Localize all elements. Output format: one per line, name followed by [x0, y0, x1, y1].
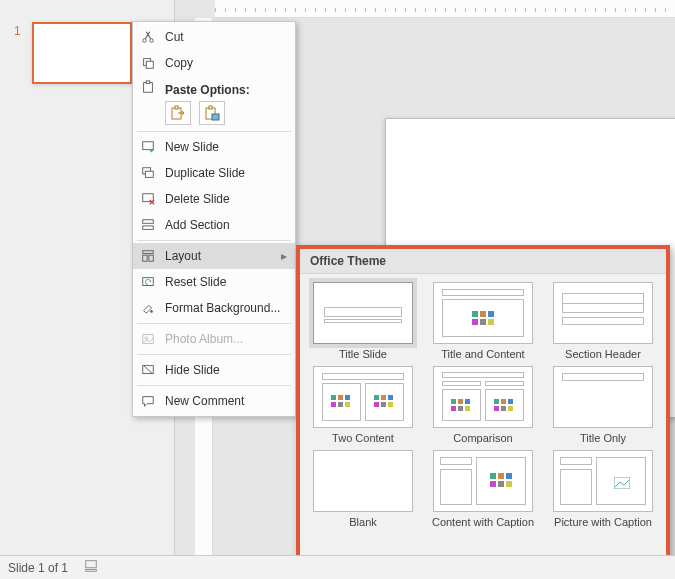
- menu-copy[interactable]: Copy: [133, 50, 295, 76]
- menu-cut[interactable]: Cut: [133, 24, 295, 50]
- svg-rect-32: [338, 395, 343, 400]
- status-bar: Slide 1 of 1: [0, 555, 675, 579]
- menu-format-background-label: Format Background...: [165, 301, 287, 315]
- svg-rect-39: [388, 395, 393, 400]
- svg-rect-53: [501, 406, 506, 411]
- svg-rect-30: [488, 319, 494, 325]
- format-background-icon: [139, 301, 157, 315]
- layout-option-label: Two Content: [306, 432, 420, 444]
- svg-rect-16: [143, 226, 154, 230]
- svg-rect-44: [458, 399, 463, 404]
- svg-rect-31: [331, 395, 336, 400]
- notes-view-icon[interactable]: [84, 559, 98, 576]
- menu-layout-label: Layout: [165, 249, 273, 263]
- status-slide-count: Slide 1 of 1: [8, 561, 68, 575]
- menu-reset-slide[interactable]: Reset Slide: [133, 269, 295, 295]
- layout-option-title-and-content[interactable]: Title and Content: [426, 282, 540, 360]
- svg-rect-57: [506, 473, 512, 479]
- svg-rect-46: [451, 406, 456, 411]
- menu-format-background[interactable]: Format Background...: [133, 295, 295, 321]
- layout-option-title-slide[interactable]: Title Slide: [306, 282, 420, 360]
- layout-option-section-header[interactable]: Section Header: [546, 282, 660, 360]
- svg-rect-28: [472, 319, 478, 325]
- layout-theme-flyout: Office Theme Title Slide Title and Conte…: [296, 245, 670, 573]
- menu-reset-slide-label: Reset Slide: [165, 275, 287, 289]
- layout-option-content-with-caption[interactable]: Content with Caption: [426, 450, 540, 528]
- svg-point-21: [150, 310, 153, 313]
- svg-rect-5: [146, 81, 150, 84]
- svg-rect-9: [209, 106, 212, 109]
- paste-keep-theme-button[interactable]: [165, 101, 191, 125]
- duplicate-slide-icon: [139, 166, 157, 180]
- menu-photo-album: Photo Album...: [133, 326, 295, 352]
- svg-point-0: [143, 39, 147, 43]
- copy-icon: [139, 56, 157, 70]
- svg-rect-33: [345, 395, 350, 400]
- svg-rect-60: [506, 481, 512, 487]
- layout-option-picture-with-caption[interactable]: Picture with Caption: [546, 450, 660, 528]
- svg-rect-56: [498, 473, 504, 479]
- paste-icon: [139, 80, 157, 94]
- svg-rect-14: [143, 194, 154, 202]
- new-comment-icon: [139, 394, 157, 408]
- paste-options-row: [133, 99, 295, 129]
- layout-option-label: Title Only: [546, 432, 660, 444]
- svg-rect-27: [488, 311, 494, 317]
- svg-rect-17: [143, 251, 154, 254]
- svg-rect-47: [458, 406, 463, 411]
- menu-new-comment-label: New Comment: [165, 394, 287, 408]
- svg-rect-43: [451, 399, 456, 404]
- scissors-icon: [139, 30, 157, 44]
- slide-context-menu: Cut Copy Paste Options: New Slide Duplic…: [132, 21, 296, 417]
- svg-rect-13: [145, 171, 153, 177]
- menu-cut-label: Cut: [165, 30, 287, 44]
- layout-option-label: Section Header: [546, 348, 660, 360]
- layout-option-title-only[interactable]: Title Only: [546, 366, 660, 444]
- svg-rect-11: [143, 142, 154, 150]
- layout-option-two-content[interactable]: Two Content: [306, 366, 420, 444]
- layout-option-label: Blank: [306, 516, 420, 528]
- svg-rect-36: [345, 402, 350, 407]
- menu-duplicate-slide[interactable]: Duplicate Slide: [133, 160, 295, 186]
- menu-add-section-label: Add Section: [165, 218, 287, 232]
- svg-rect-7: [175, 106, 178, 109]
- svg-rect-29: [480, 319, 486, 325]
- slide-thumbnail-1[interactable]: [32, 22, 132, 84]
- svg-rect-40: [374, 402, 379, 407]
- menu-hide-slide-label: Hide Slide: [165, 363, 287, 377]
- svg-rect-49: [494, 399, 499, 404]
- menu-new-comment[interactable]: New Comment: [133, 388, 295, 414]
- menu-delete-slide[interactable]: Delete Slide: [133, 186, 295, 212]
- menu-layout[interactable]: Layout ▸: [133, 243, 295, 269]
- layout-option-label: Comparison: [426, 432, 540, 444]
- svg-rect-48: [465, 406, 470, 411]
- layout-option-comparison[interactable]: Comparison: [426, 366, 540, 444]
- svg-rect-55: [490, 473, 496, 479]
- menu-delete-slide-label: Delete Slide: [165, 192, 287, 206]
- add-section-icon: [139, 218, 157, 232]
- paste-picture-button[interactable]: [199, 101, 225, 125]
- delete-slide-icon: [139, 192, 157, 206]
- menu-add-section[interactable]: Add Section: [133, 212, 295, 238]
- svg-rect-37: [374, 395, 379, 400]
- menu-new-slide[interactable]: New Slide: [133, 134, 295, 160]
- svg-point-1: [150, 39, 154, 43]
- svg-rect-25: [472, 311, 478, 317]
- layout-option-label: Content with Caption: [426, 516, 540, 528]
- svg-rect-63: [86, 570, 97, 572]
- svg-rect-3: [146, 61, 153, 68]
- svg-rect-41: [381, 402, 386, 407]
- svg-rect-54: [508, 406, 513, 411]
- svg-rect-4: [144, 83, 153, 93]
- svg-rect-38: [381, 395, 386, 400]
- svg-rect-34: [331, 402, 336, 407]
- svg-rect-50: [501, 399, 506, 404]
- hide-slide-icon: [139, 363, 157, 377]
- layout-option-blank[interactable]: Blank: [306, 450, 420, 528]
- reset-slide-icon: [139, 275, 157, 289]
- horizontal-ruler: [215, 0, 675, 18]
- svg-point-23: [145, 337, 148, 340]
- menu-copy-label: Copy: [165, 56, 287, 70]
- layout-icon: [139, 249, 157, 263]
- menu-hide-slide[interactable]: Hide Slide: [133, 357, 295, 383]
